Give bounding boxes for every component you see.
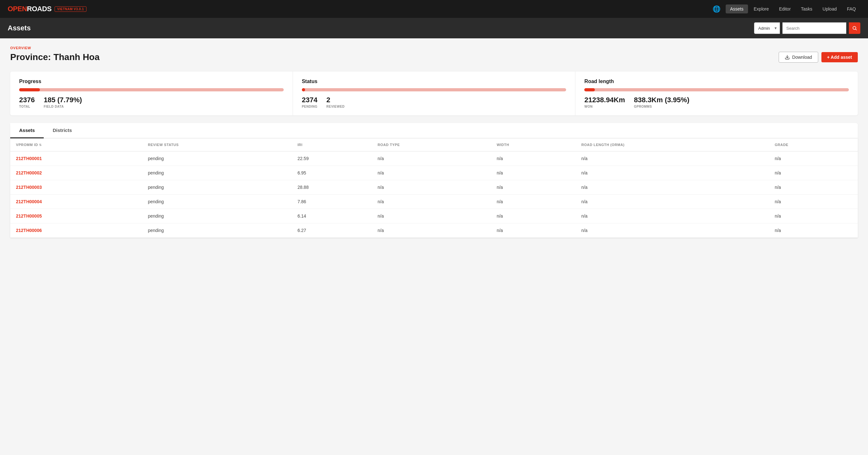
tabs-bar: AssetsDistricts bbox=[10, 123, 858, 138]
table-row: 212TH00006pending6.27n/an/an/an/a bbox=[10, 223, 858, 237]
col-vpromm-id[interactable]: VPROMM ID bbox=[10, 138, 142, 151]
search-button[interactable] bbox=[849, 22, 860, 34]
col-grade: GRADE bbox=[769, 138, 858, 151]
table-cell: n/a bbox=[576, 194, 769, 209]
nav-assets[interactable]: Assets bbox=[726, 4, 748, 13]
table-cell: n/a bbox=[769, 194, 858, 209]
nav-faq[interactable]: FAQ bbox=[842, 4, 860, 13]
stat-num-block: 185 (7.79%)FIELD DATA bbox=[44, 96, 82, 108]
table-cell: n/a bbox=[491, 223, 576, 237]
table-cell: n/a bbox=[491, 151, 576, 166]
progress-bar-fill bbox=[302, 88, 305, 91]
table-row: 212TH00005pending6.14n/an/an/an/a bbox=[10, 209, 858, 223]
nav-editor[interactable]: Editor bbox=[775, 4, 795, 13]
table-cell: n/a bbox=[372, 151, 491, 166]
admin-select-wrap: Admin ▼ bbox=[754, 22, 780, 34]
sub-header-title: Assets bbox=[8, 24, 31, 32]
add-asset-button[interactable]: + Add asset bbox=[822, 52, 858, 62]
stat-num-block: 2REVIEWED bbox=[327, 96, 345, 108]
table-cell: n/a bbox=[491, 194, 576, 209]
sub-header: Assets Admin ▼ bbox=[0, 18, 868, 38]
table-cell: 6.14 bbox=[292, 209, 372, 223]
table-cell: pending bbox=[142, 166, 292, 180]
logo-roads: ROADS bbox=[27, 5, 51, 13]
vpromm-id: 212TH00001 bbox=[10, 151, 142, 166]
table-cell: n/a bbox=[491, 166, 576, 180]
nav-tasks[interactable]: Tasks bbox=[797, 4, 817, 13]
table-cell: n/a bbox=[769, 223, 858, 237]
stat-label: Status bbox=[302, 79, 566, 84]
stat-label: Progress bbox=[19, 79, 284, 84]
progress-bar bbox=[584, 88, 849, 91]
table-body: 212TH00001pending22.59n/an/an/an/a212TH0… bbox=[10, 151, 858, 237]
assets-table: VPROMM IDREVIEW STATUSIRIROAD TYPEWIDTHR… bbox=[10, 138, 858, 238]
nav-explore[interactable]: Explore bbox=[749, 4, 773, 13]
search-input[interactable] bbox=[782, 22, 846, 34]
col-width: WIDTH bbox=[491, 138, 576, 151]
table-row: 212TH00003pending28.88n/an/an/an/a bbox=[10, 180, 858, 194]
vpromm-link[interactable]: 212TH00002 bbox=[16, 170, 42, 175]
globe-icon[interactable]: 🌐 bbox=[713, 5, 720, 13]
table-cell: n/a bbox=[372, 223, 491, 237]
stat-num-block: 2374PENDING bbox=[302, 96, 317, 108]
vpromm-id: 212TH00004 bbox=[10, 194, 142, 209]
table-row: 212TH00001pending22.59n/an/an/an/a bbox=[10, 151, 858, 166]
stat-block: Status2374PENDING2REVIEWED bbox=[293, 72, 576, 115]
table-row: 212TH00004pending7.86n/an/an/an/a bbox=[10, 194, 858, 209]
progress-bar bbox=[302, 88, 566, 91]
vpromm-link[interactable]: 212TH00004 bbox=[16, 199, 42, 204]
svg-line-1 bbox=[856, 29, 857, 30]
progress-bar bbox=[19, 88, 284, 91]
tab-districts[interactable]: Districts bbox=[44, 123, 81, 138]
stats-row: Progress2376TOTAL185 (7.79%)FIELD DATASt… bbox=[10, 72, 858, 115]
stat-value: 2374 bbox=[302, 96, 317, 104]
table-cell: pending bbox=[142, 209, 292, 223]
stat-block: Progress2376TOTAL185 (7.79%)FIELD DATA bbox=[10, 72, 293, 115]
tabs-wrap: AssetsDistricts VPROMM IDREVIEW STATUSIR… bbox=[10, 123, 858, 238]
vpromm-link[interactable]: 212TH00005 bbox=[16, 214, 42, 219]
table-cell: n/a bbox=[576, 151, 769, 166]
table-cell: n/a bbox=[576, 166, 769, 180]
table-cell: pending bbox=[142, 223, 292, 237]
stat-sublabel: FIELD DATA bbox=[44, 105, 82, 108]
vpromm-link[interactable]: 212TH00003 bbox=[16, 185, 42, 190]
table-cell: n/a bbox=[769, 180, 858, 194]
stat-numbers: 21238.94KmWON838.3Km (3.95%)GPROMMS bbox=[584, 96, 849, 108]
stat-num-block: 2376TOTAL bbox=[19, 96, 35, 108]
breadcrumb: OVERVIEW bbox=[10, 46, 858, 50]
stat-block: Road length21238.94KmWON838.3Km (3.95%)G… bbox=[576, 72, 858, 115]
stat-value: 185 (7.79%) bbox=[44, 96, 82, 104]
tab-assets[interactable]: Assets bbox=[10, 123, 44, 138]
stat-num-block: 21238.94KmWON bbox=[584, 96, 625, 108]
logo-text: OPENROADS bbox=[8, 5, 51, 13]
version-badge: VIETNAM V3.0.1 bbox=[55, 6, 87, 12]
stat-sublabel: WON bbox=[584, 105, 625, 108]
stat-sublabel: REVIEWED bbox=[327, 105, 345, 108]
search-area: Admin ▼ bbox=[754, 22, 860, 34]
table-cell: n/a bbox=[372, 209, 491, 223]
table-cell: n/a bbox=[576, 180, 769, 194]
table-cell: pending bbox=[142, 180, 292, 194]
progress-bar-fill bbox=[584, 88, 595, 91]
table-cell: n/a bbox=[491, 209, 576, 223]
download-button[interactable]: Download bbox=[779, 52, 818, 63]
table-row: 212TH00002pending6.95n/an/an/an/a bbox=[10, 166, 858, 180]
search-icon bbox=[852, 26, 857, 31]
vpromm-link[interactable]: 212TH00001 bbox=[16, 156, 42, 161]
page-title: Province: Thanh Hoa bbox=[10, 52, 99, 62]
admin-select[interactable]: Admin bbox=[754, 22, 780, 34]
col-road-length-orma: ROAD LENGTH (ORMA) bbox=[576, 138, 769, 151]
table-cell: n/a bbox=[372, 194, 491, 209]
nav-upload[interactable]: Upload bbox=[818, 4, 841, 13]
table-cell: 7.86 bbox=[292, 194, 372, 209]
stat-num-block: 838.3Km (3.95%)GPROMMS bbox=[634, 96, 690, 108]
vpromm-link[interactable]: 212TH00006 bbox=[16, 228, 42, 233]
col-review-status: REVIEW STATUS bbox=[142, 138, 292, 151]
table-cell: n/a bbox=[769, 151, 858, 166]
table-cell: n/a bbox=[491, 180, 576, 194]
logo-open: OPEN bbox=[8, 5, 27, 13]
nav-links: Assets Explore Editor Tasks Upload FAQ bbox=[726, 4, 860, 13]
table-cell: pending bbox=[142, 151, 292, 166]
stat-value: 21238.94Km bbox=[584, 96, 625, 104]
table-cell: n/a bbox=[769, 166, 858, 180]
